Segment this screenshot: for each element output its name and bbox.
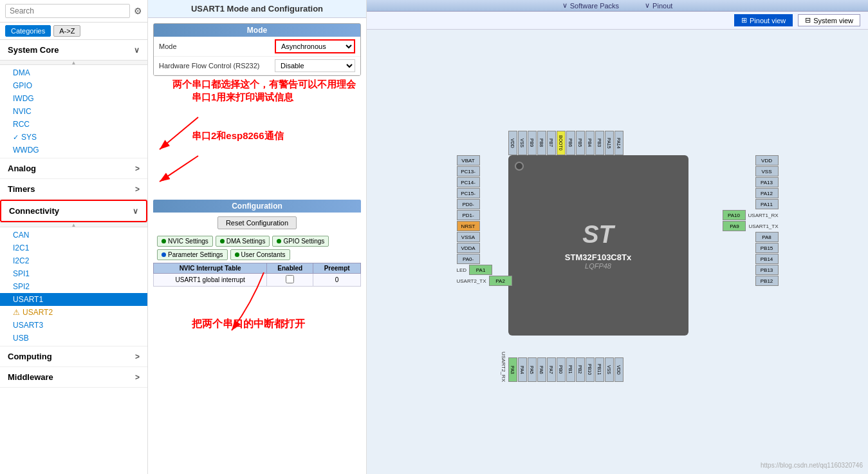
section-header-analog[interactable]: Analog > <box>0 158 147 178</box>
pin-vbat-row: VBAT <box>457 155 512 166</box>
pin-pc14-row: PC14- <box>457 177 512 187</box>
pinout-label: Pinout <box>652 2 672 10</box>
chip-notch <box>515 162 524 171</box>
sidebar-item-i2c1[interactable]: I2C1 <box>0 242 147 254</box>
system-core-items: DMA GPIO IWDG NVIC RCC ✓SYS WWDG <box>0 65 147 158</box>
pin-pa8: PA8 <box>755 232 779 242</box>
pin-pa13: PA13 <box>755 177 779 187</box>
mode-section: Mode Mode Asynchronous Hardware Flow Con… <box>153 23 361 76</box>
chip-package: LQFP48 <box>585 262 611 270</box>
pinout-view-button[interactable]: ⊞ Pinout view <box>734 14 793 26</box>
pin-pa12: PA12 <box>755 188 779 198</box>
pin-pc14: PC14- <box>457 177 480 187</box>
pin-pb13-row: PB13 <box>723 265 779 275</box>
pin-vdda-row: VDDA <box>457 243 512 253</box>
left-pins: VBAT PC13- PC14- PC15- PD0- PD <box>457 155 512 286</box>
section-title-computing: Computing <box>8 352 52 361</box>
sidebar-item-usart3[interactable]: USART3 <box>0 319 147 332</box>
chip-body: ST STM32F103C8Tx LQFP48 <box>508 155 688 336</box>
sidebar-item-sys[interactable]: ✓SYS <box>0 131 147 144</box>
software-packs-label: Software Packs <box>570 2 619 10</box>
flow-control-label: Hardware Flow Control (RS232) <box>159 62 275 70</box>
chevron-right-icon-middleware: > <box>135 373 140 382</box>
annotation-text-3: 串口2和esp8266通信 <box>192 130 284 142</box>
chip-model: STM32F103C8Tx <box>565 252 631 262</box>
sidebar-item-spi1[interactable]: SPI1 <box>0 267 147 280</box>
chevron-down-icon-pinout: ∨ <box>645 1 650 10</box>
pin-pa15: PA15 <box>605 131 614 155</box>
chevron-right-icon-analog: > <box>135 164 140 173</box>
sidebar-item-nvic[interactable]: NVIC <box>0 105 147 118</box>
pin-pa2-row: USART2_TX PA2 <box>457 276 512 286</box>
pin-boot0: BOOT0 <box>557 131 566 155</box>
mode-select[interactable]: Asynchronous <box>275 39 355 53</box>
tab-dma-settings[interactable]: DMA Settings <box>216 236 270 247</box>
dot-dma <box>220 239 225 243</box>
pin-pa0-row: PA0- <box>457 254 512 264</box>
chevron-down-icon: ∨ <box>134 46 140 55</box>
sidebar-item-can[interactable]: CAN <box>0 229 147 242</box>
pin-pb2-bottom: PB2 <box>576 357 585 382</box>
pinout-view-icon: ⊞ <box>741 16 747 24</box>
top-bar: ∨ Software Packs ∨ Pinout <box>367 0 868 12</box>
tab-az[interactable]: A->Z <box>53 25 80 37</box>
search-input[interactable] <box>5 4 130 18</box>
pin-pa5-bottom: PA5 <box>528 357 537 382</box>
pin-pb13: PB13 <box>755 265 779 275</box>
svg-line-2 <box>160 156 198 182</box>
mode-label: Mode <box>159 43 275 50</box>
sidebar-item-spi2[interactable]: SPI2 <box>0 280 147 293</box>
top-bar-software-packs[interactable]: ∨ Software Packs <box>562 1 619 10</box>
pin-vss-right-row: VSS <box>723 166 779 176</box>
sidebar-item-usb[interactable]: USB <box>0 332 147 345</box>
sidebar-item-dma[interactable]: DMA <box>0 66 147 79</box>
section-header-system-core[interactable]: System Core ∨ <box>0 40 147 60</box>
sidebar-item-iwdg[interactable]: IWDG <box>0 92 147 105</box>
pin-pa8-row: PA8 <box>723 232 779 242</box>
pin-pd0-row: PD0- <box>457 199 512 209</box>
sidebar-item-usart1[interactable]: USART1 <box>0 293 147 306</box>
system-view-button[interactable]: ⊟ System view <box>798 14 860 26</box>
tab-gpio-settings[interactable]: GPIO Settings <box>272 236 329 247</box>
sidebar-item-gpio[interactable]: GPIO <box>0 79 147 92</box>
sidebar-item-rcc[interactable]: RCC <box>0 118 147 131</box>
sidebar-item-wwdg[interactable]: WWDG <box>0 144 147 156</box>
section-header-connectivity[interactable]: Connectivity ∨ <box>0 200 147 222</box>
divider-connectivity <box>0 222 147 227</box>
mode-section-title: Mode <box>154 24 360 37</box>
pin-vdd-top: VDD <box>508 131 517 155</box>
reset-config-button[interactable]: Reset Configuration <box>217 216 297 229</box>
tab-user-constants[interactable]: User Constants <box>230 249 290 260</box>
section-header-computing[interactable]: Computing > <box>0 346 147 366</box>
pin-pa1-label: LED <box>457 267 467 273</box>
tab-categories[interactable]: Categories <box>5 25 51 37</box>
pin-vss-right: VSS <box>755 166 779 176</box>
pin-pb8: PB8 <box>537 131 546 155</box>
tab-parameter-settings[interactable]: Parameter Settings <box>157 249 228 260</box>
gear-icon[interactable]: ⚙ <box>134 6 142 16</box>
section-title-system-core: System Core <box>8 45 59 55</box>
section-middleware: Middleware > <box>0 367 147 388</box>
tab-nvic-settings[interactable]: NVIC Settings <box>157 236 213 247</box>
section-title-middleware: Middleware <box>8 372 53 382</box>
pin-pc15: PC15- <box>457 188 480 198</box>
section-header-timers[interactable]: Timers > <box>0 179 147 199</box>
top-bar-pinout[interactable]: ∨ Pinout <box>645 1 672 10</box>
pin-pd0: PD0- <box>457 199 480 209</box>
right-panel: ∨ Software Packs ∨ Pinout ⊞ Pinout view … <box>367 0 868 474</box>
section-header-middleware[interactable]: Middleware > <box>0 367 147 387</box>
main-container: ⚙ Categories A->Z System Core ∨ DMA GPIO… <box>0 0 868 474</box>
section-analog: Analog > <box>0 158 147 179</box>
flow-control-select[interactable]: Disable <box>275 59 355 72</box>
pin-pb12-row: PB12 <box>723 276 779 286</box>
pin-vssa: VSSA <box>457 232 480 242</box>
pin-pb9: PB9 <box>528 131 537 155</box>
sidebar-item-i2c2[interactable]: I2C2 <box>0 254 147 267</box>
pin-pa9-label: USART1_TX <box>748 223 778 229</box>
system-view-icon: ⊟ <box>805 16 811 24</box>
pin-pa10: PA10 <box>723 210 746 220</box>
sidebar-item-usart2[interactable]: ⚠ USART2 <box>0 306 147 319</box>
pin-pc13-row: PC13- <box>457 166 512 176</box>
pin-pb1-bottom: PB1 <box>566 357 575 382</box>
pin-vss-top: VSS <box>518 131 527 155</box>
